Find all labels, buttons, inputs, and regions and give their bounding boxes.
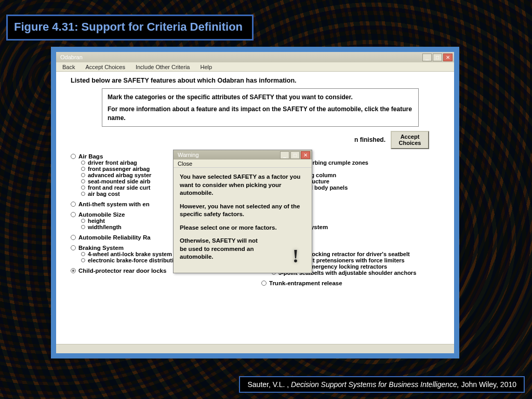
radio-icon[interactable] [81, 258, 85, 262]
app-body: Listed below are SAFETY features about w… [56, 72, 454, 344]
sub-label: front and rear side curt [88, 184, 150, 191]
category-label: Trunk-entrapment release [269, 280, 342, 286]
menu-accept-choices[interactable]: Accept Choices [85, 64, 125, 70]
citation: Sauter, V.L. , Decision Support Systems … [239, 376, 525, 393]
radio-icon[interactable] [81, 219, 85, 223]
accept-hint-fragment: n finished. [354, 136, 385, 143]
citation-title: Decision Support Systems for Business In… [291, 380, 461, 389]
warn-minimize-button[interactable]: _ [280, 151, 289, 159]
menu-include-other[interactable]: Include Other Criteria [136, 64, 190, 70]
warning-menubar: Close [174, 159, 312, 168]
status-bar [56, 344, 454, 353]
app-menubar: Back Accept Choices Include Other Criter… [56, 62, 454, 72]
category-label: Automobile Size [78, 211, 125, 218]
screenshot-frame: Odabran _ □ ✕ Back Accept Choices Includ… [51, 47, 459, 358]
category-head[interactable]: Trunk-entrapment release [261, 280, 440, 286]
category-label: Anti-theft system with en [78, 201, 150, 207]
radio-icon[interactable] [81, 252, 85, 256]
warning-p1: You have selected SAFETY as a factor you… [180, 173, 305, 197]
radio-icon[interactable] [81, 225, 85, 229]
warning-p4: Otherwise, SAFETY will not be used to re… [180, 237, 258, 261]
sub-label: front passenger airbag [88, 166, 150, 172]
radio-icon[interactable] [261, 281, 267, 286]
radio-icon[interactable] [81, 167, 85, 171]
warning-close-menu[interactable]: Close [178, 161, 192, 167]
radio-icon[interactable] [81, 161, 85, 165]
exclamation-icon: ! [287, 246, 304, 268]
accept-choices-button[interactable]: Accept Choices [391, 131, 429, 149]
radio-icon[interactable] [81, 185, 85, 190]
warn-close-button[interactable]: ✕ [301, 151, 310, 159]
citation-publisher: John Wiley, 2010 [461, 380, 516, 389]
close-button[interactable]: ✕ [443, 54, 453, 61]
accept-row: n finished. Accept Choices [71, 131, 440, 149]
warn-maximize-button[interactable]: □ [290, 151, 300, 159]
sub-label: driver front airbag [88, 159, 137, 166]
instruction-line-1: Mark the categories or the specific attr… [108, 93, 413, 102]
warning-dialog: Warning _ □ ✕ Close You have selected SA… [173, 150, 312, 273]
radio-icon[interactable] [71, 245, 76, 250]
radio-icon[interactable] [71, 268, 76, 273]
warning-title-text: Warning [178, 152, 199, 158]
minimize-button[interactable]: _ [422, 54, 432, 61]
app-window: Odabran _ □ ✕ Back Accept Choices Includ… [56, 52, 454, 353]
category-label: Automobile Reliability Ra [78, 234, 151, 241]
sub-label: height [88, 218, 105, 224]
radio-icon[interactable] [71, 212, 76, 217]
sub-label: seat-mounted side airb [88, 178, 150, 184]
radio-icon[interactable] [81, 179, 85, 183]
radio-icon[interactable] [71, 154, 76, 159]
category-label: Child-protector rear door locks [78, 268, 166, 274]
maximize-button[interactable]: □ [433, 54, 442, 61]
menu-back[interactable]: Back [62, 64, 75, 70]
figure-title: Figure 4.31: Support for Criteria Defini… [6, 15, 254, 41]
sub-label: electronic brake-force distribution [88, 257, 180, 263]
instruction-box: Mark the categories or the specific attr… [102, 88, 419, 127]
warning-p2: However, you have not selected any of th… [180, 203, 305, 219]
sub-label: air bag cost [88, 191, 120, 197]
menu-help[interactable]: Help [200, 64, 212, 70]
category-label: Air Bags [78, 153, 103, 159]
citation-author: Sauter, V.L. , [247, 380, 291, 389]
sub-label: advanced airbag syster [88, 172, 151, 178]
warning-titlebar: Warning _ □ ✕ [174, 150, 312, 159]
accept-choices-label: Accept Choices [397, 134, 423, 146]
window-controls: _ □ ✕ [422, 54, 453, 61]
radio-icon[interactable] [81, 192, 85, 196]
sub-label: 4-wheel anti-lock brake system [88, 251, 172, 257]
body-heading: Listed below are SAFETY features about w… [71, 77, 440, 84]
category: Trunk-entrapment release [261, 280, 440, 286]
radio-icon[interactable] [71, 202, 76, 207]
radio-icon[interactable] [71, 235, 76, 240]
warning-p3: Please select one or more factors. [180, 224, 305, 232]
app-titlebar: Odabran _ □ ✕ [56, 52, 454, 62]
sub-label: width/length [88, 224, 122, 230]
app-title: Odabran [60, 54, 83, 60]
warning-body: You have selected SAFETY as a factor you… [174, 168, 312, 273]
radio-icon[interactable] [81, 173, 85, 177]
category-label: Braking System [78, 245, 124, 251]
instruction-line-2: For more information about a feature and… [108, 105, 413, 123]
slide-background: Figure 4.31: Support for Criteria Defini… [0, 0, 532, 399]
